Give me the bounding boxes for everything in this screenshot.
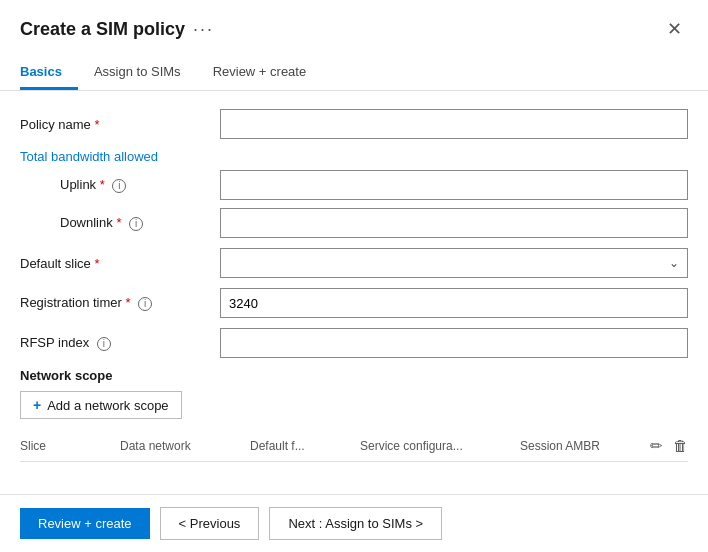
policy-name-input[interactable] (220, 109, 688, 139)
chevron-down-icon: ⌄ (669, 256, 679, 270)
rfsp-index-input[interactable] (220, 328, 688, 358)
bandwidth-section: Total bandwidth allowed Uplink * i Downl… (20, 149, 688, 238)
default-slice-row: Default slice * ⌄ (20, 248, 688, 278)
col-header-session-ambr: Session AMBR (520, 439, 630, 453)
policy-name-label: Policy name * (20, 117, 220, 132)
network-scope-title: Network scope (20, 368, 688, 383)
tab-review-create[interactable]: Review + create (213, 56, 323, 90)
registration-timer-info-icon[interactable]: i (138, 297, 152, 311)
tab-basics[interactable]: Basics (20, 56, 78, 90)
downlink-row: Downlink * i (20, 208, 688, 238)
dialog-footer: Review + create < Previous Next : Assign… (0, 494, 708, 552)
rfsp-info-icon[interactable]: i (97, 337, 111, 351)
tab-bar: Basics Assign to SIMs Review + create (0, 46, 708, 91)
policy-name-required: * (94, 117, 99, 132)
plus-icon: + (33, 397, 41, 413)
downlink-label: Downlink * i (20, 215, 220, 231)
form-content: Policy name * Total bandwidth allowed Up… (0, 91, 708, 494)
default-slice-label: Default slice * (20, 256, 220, 271)
bandwidth-label: Total bandwidth allowed (20, 149, 688, 164)
close-button[interactable]: ✕ (661, 16, 688, 42)
downlink-input[interactable] (220, 208, 688, 238)
previous-button[interactable]: < Previous (160, 507, 260, 540)
col-header-slice: Slice (20, 439, 120, 453)
review-create-button[interactable]: Review + create (20, 508, 150, 539)
create-sim-policy-dialog: Create a SIM policy ··· ✕ Basics Assign … (0, 0, 708, 552)
col-header-default-f: Default f... (250, 439, 360, 453)
add-scope-label: Add a network scope (47, 398, 168, 413)
rfsp-index-label: RFSP index i (20, 335, 220, 351)
delete-icon[interactable]: 🗑 (673, 437, 688, 455)
downlink-info-icon[interactable]: i (129, 217, 143, 231)
policy-name-row: Policy name * (20, 109, 688, 139)
tab-assign-to-sims[interactable]: Assign to SIMs (94, 56, 197, 90)
registration-timer-row: Registration timer * i (20, 288, 688, 318)
dialog-title: Create a SIM policy (20, 19, 185, 40)
rfsp-index-row: RFSP index i (20, 328, 688, 358)
dialog-header: Create a SIM policy ··· ✕ (0, 0, 708, 42)
uplink-row: Uplink * i (20, 170, 688, 200)
uplink-info-icon[interactable]: i (112, 179, 126, 193)
downlink-required: * (116, 215, 121, 230)
add-network-scope-button[interactable]: + Add a network scope (20, 391, 182, 419)
registration-timer-required: * (126, 295, 131, 310)
more-options-icon[interactable]: ··· (193, 19, 214, 40)
network-scope-table-header: Slice Data network Default f... Service … (20, 431, 688, 462)
next-button[interactable]: Next : Assign to SIMs > (269, 507, 442, 540)
col-header-data-network: Data network (120, 439, 250, 453)
uplink-label: Uplink * i (20, 177, 220, 193)
registration-timer-input[interactable] (220, 288, 688, 318)
edit-icon[interactable]: ✏ (650, 437, 663, 455)
default-slice-select[interactable]: ⌄ (220, 248, 688, 278)
title-row: Create a SIM policy ··· (20, 19, 214, 40)
col-header-actions: ✏ 🗑 (650, 437, 688, 455)
col-header-service-config: Service configura... (360, 439, 520, 453)
uplink-input[interactable] (220, 170, 688, 200)
registration-timer-label: Registration timer * i (20, 295, 220, 311)
network-scope-section: Network scope + Add a network scope Slic… (20, 368, 688, 462)
default-slice-required: * (94, 256, 99, 271)
uplink-required: * (100, 177, 105, 192)
